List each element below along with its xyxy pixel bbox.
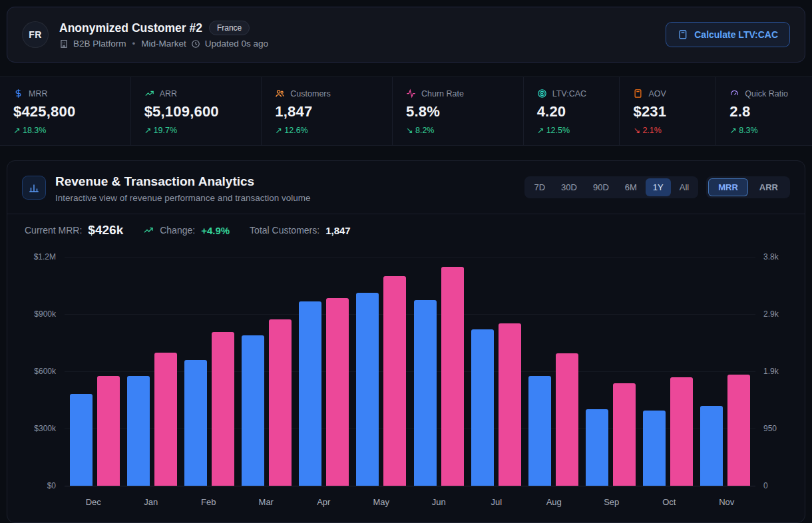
analytics-panel: Revenue & Transaction Analytics Interact… (7, 160, 805, 523)
kpi-label: LTV:CAC (552, 89, 586, 98)
kpi-label: ARR (160, 89, 177, 98)
metric-button-arr[interactable]: ARR (749, 178, 788, 196)
bar-mrr-dec[interactable] (70, 394, 93, 486)
total-customers-stat: Total Customers: 1,847 (250, 225, 351, 236)
platform-label: B2B Platform (73, 39, 126, 49)
bar-transactions-jan[interactable] (154, 353, 177, 486)
target-icon (537, 88, 547, 98)
bar-group-dec (66, 257, 123, 486)
total-customers-label: Total Customers: (250, 225, 319, 236)
panel-controls: 7D30D90D6M1YAll MRRARR (524, 176, 790, 198)
kpi-value: 5.8% (406, 103, 510, 120)
change-label: Change: (160, 225, 195, 236)
x-tick-jul: Jul (468, 497, 526, 507)
bar-transactions-dec[interactable] (97, 376, 120, 486)
bar-group-nov (697, 257, 754, 486)
segment-label: Mid-Market (141, 39, 186, 49)
cta-label: Calculate LTV:CAC (694, 29, 778, 40)
bar-transactions-aug[interactable] (556, 353, 578, 486)
kpi-delta: ↗ 12.6% (275, 125, 379, 135)
bar-mrr-sep[interactable] (586, 409, 608, 486)
x-tick-jan: Jan (122, 497, 180, 507)
bar-transactions-may[interactable] (383, 276, 406, 486)
page-title: Anonymized Customer #2 (59, 21, 202, 35)
range-button-7d[interactable]: 7D (526, 178, 552, 196)
panel-subtitle: Interactive view of revenue performance … (55, 193, 310, 203)
kpi-card-churn-rate: Churn Rate5.8%↘ 8.2% (393, 77, 524, 145)
range-button-90d[interactable]: 90D (586, 178, 616, 196)
bar-mrr-apr[interactable] (299, 301, 321, 486)
bar-transactions-jun[interactable] (441, 267, 464, 486)
kpi-label: Customers (290, 89, 330, 98)
metric-selector: MRRARR (706, 176, 790, 198)
spacer (23, 486, 65, 507)
x-tick-jun: Jun (410, 497, 468, 507)
bar-transactions-apr[interactable] (326, 298, 349, 486)
kpi-value: $5,109,600 (144, 103, 248, 120)
range-button-30d[interactable]: 30D (554, 178, 584, 196)
total-customers-value: 1,847 (325, 225, 351, 236)
bar-transactions-sep[interactable] (613, 383, 636, 486)
bar-chart-icon (22, 176, 46, 200)
bar-group-apr (296, 257, 353, 486)
current-mrr-stat: Current MRR: $426k (25, 223, 123, 238)
kpi-delta: ↗ 8.3% (729, 125, 799, 135)
kpi-value: 2.8 (729, 103, 799, 120)
bar-transactions-jul[interactable] (499, 323, 521, 486)
x-tick-apr: Apr (295, 497, 353, 507)
bar-mrr-jun[interactable] (414, 300, 437, 486)
bar-transactions-mar[interactable] (269, 319, 292, 486)
spacer (755, 486, 789, 507)
bar-group-jul (467, 257, 524, 486)
bar-mrr-jan[interactable] (127, 376, 150, 486)
bar-group-oct (640, 257, 697, 486)
change-stat: Change: +4.9% (143, 225, 230, 236)
dollar-icon (13, 88, 23, 98)
x-tick-may: May (353, 497, 411, 507)
customer-header: FR Anonymized Customer #2 France B2B Pla… (7, 7, 805, 63)
bar-mrr-feb[interactable] (184, 360, 207, 486)
x-axis: DecJanFebMarAprMayJunJulAugSepOctNov (65, 486, 755, 507)
panel-title: Revenue & Transaction Analytics (55, 174, 310, 189)
current-mrr-label: Current MRR: (25, 225, 82, 236)
bar-group-feb (180, 257, 238, 486)
bar-transactions-feb[interactable] (212, 332, 234, 486)
clock-icon (191, 39, 200, 49)
calculate-ltv-cac-button[interactable]: Calculate LTV:CAC (666, 22, 790, 47)
x-tick-aug: Aug (525, 497, 583, 507)
range-button-6m[interactable]: 6M (618, 178, 644, 196)
bar-mrr-oct[interactable] (643, 411, 666, 486)
bar-mrr-aug[interactable] (528, 376, 551, 486)
calculator-icon (633, 88, 643, 98)
separator-dot: • (132, 39, 136, 49)
bar-group-mar (238, 257, 296, 486)
chart-wrap: $1.2M$900k$600k$300k$0 3.8k2.9k1.9k9500 … (7, 246, 805, 511)
bar-mrr-nov[interactable] (700, 406, 723, 486)
y-axis-left: $1.2M$900k$600k$300k$0 (23, 257, 65, 486)
trending-up-icon (143, 225, 154, 236)
kpi-value: 1,847 (275, 103, 379, 120)
metric-button-mrr[interactable]: MRR (708, 178, 748, 196)
x-tick-dec: Dec (65, 497, 122, 507)
bar-mrr-may[interactable] (356, 293, 379, 486)
calculator-icon (678, 29, 688, 40)
change-value: +4.9% (201, 225, 230, 236)
kpi-label: Quick Ratio (745, 89, 788, 98)
avatar: FR (22, 21, 49, 48)
kpi-value: $231 (633, 103, 702, 120)
bar-group-jan (123, 257, 180, 486)
bar-transactions-nov[interactable] (727, 375, 750, 486)
bar-mrr-mar[interactable] (242, 335, 264, 486)
kpi-delta: ↗ 19.7% (144, 125, 248, 135)
range-button-1y[interactable]: 1Y (646, 178, 671, 196)
updated-label: Updated 0s ago (205, 39, 268, 49)
x-tick-oct: Oct (640, 497, 698, 507)
customer-subtitle: B2B Platform • Mid-Market Updated 0s ago (59, 39, 268, 49)
activity-icon (406, 88, 416, 98)
kpi-card-mrr: MRR$425,800↗ 18.3% (0, 77, 131, 145)
bar-transactions-oct[interactable] (670, 377, 693, 486)
bar-mrr-jul[interactable] (471, 329, 494, 486)
country-badge: France (209, 21, 250, 35)
x-tick-nov: Nov (698, 497, 756, 507)
range-button-all[interactable]: All (672, 178, 696, 196)
